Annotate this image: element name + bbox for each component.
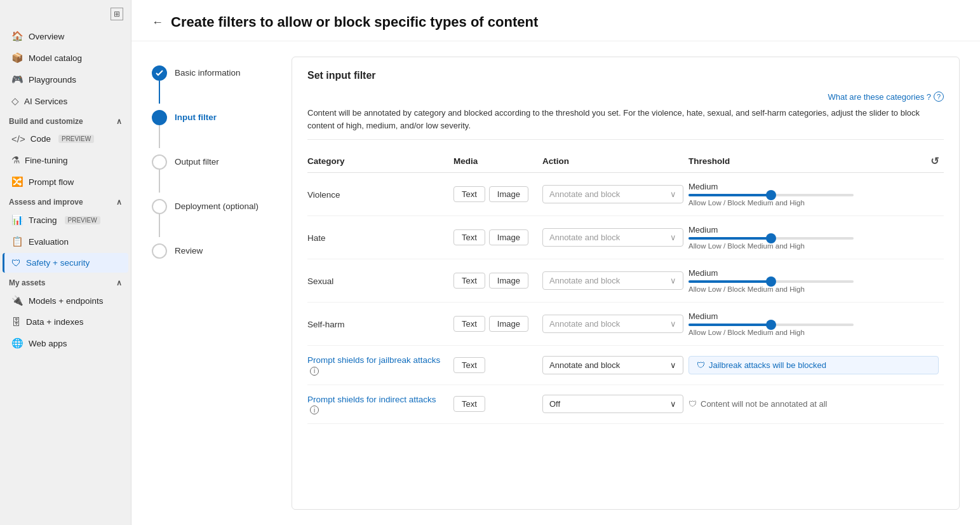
reset-threshold-button[interactable]: ↺: [930, 155, 939, 167]
page-title: Create filters to allow or block specifi…: [171, 14, 538, 31]
slider-hate[interactable]: [688, 237, 854, 240]
media-buttons-jailbreak: Text: [453, 357, 537, 373]
step-label-input-filter[interactable]: Input filter: [175, 104, 217, 137]
action-dropdown-hate[interactable]: Annotate and block ∨: [542, 228, 683, 247]
playground-icon: 🎮: [11, 74, 23, 85]
threshold-label-hate: Medium: [688, 225, 939, 235]
category-prompt-shields-indirect[interactable]: Prompt shields for indirect attacks: [307, 395, 436, 404]
shield-info-icon: 🛡: [697, 360, 705, 370]
action-dropdown-self-harm[interactable]: Annotate and block ∨: [542, 315, 683, 333]
content-area: Basic information Input filter Output fi…: [131, 41, 980, 525]
category-hate: Hate: [307, 233, 326, 243]
section-build-and-customize[interactable]: Build and customize ∧: [0, 112, 131, 128]
media-buttons-sexual: Text Image: [453, 273, 537, 289]
category-violence: Violence: [307, 190, 340, 200]
text-button-hate[interactable]: Text: [453, 229, 485, 245]
action-dropdown-indirect[interactable]: Off ∨: [542, 395, 683, 413]
col-threshold: Threshold ↺: [688, 150, 944, 173]
section-label: Assess and improve: [9, 198, 83, 207]
media-buttons-self-harm: Text Image: [453, 316, 537, 332]
action-dropdown-sexual[interactable]: Annotate and block ∨: [542, 271, 683, 290]
filter-table: Category Media Action Threshold ↺: [307, 150, 944, 424]
step-input-filter: Input filter: [152, 104, 266, 148]
text-button-sexual[interactable]: Text: [453, 273, 485, 289]
text-button-violence[interactable]: Text: [453, 186, 485, 202]
sidebar-item-tracing[interactable]: 📊 Tracing PREVIEW: [3, 210, 128, 230]
sidebar-item-models-endpoints[interactable]: 🔌 Models + endpoints: [3, 290, 128, 311]
web-apps-icon: 🌐: [11, 338, 23, 349]
prompt-flow-icon: 🔀: [11, 176, 23, 188]
section-assess-and-improve[interactable]: Assess and improve ∧: [0, 193, 131, 209]
table-row: Prompt shields for indirect attacks i Te…: [307, 385, 944, 424]
category-prompt-shields-jailbreak[interactable]: Prompt shields for jailbreak attacks: [307, 355, 440, 365]
sidebar-item-label: Playgrounds: [29, 75, 76, 85]
slider-hint-sexual: Allow Low / Block Medium and High: [688, 285, 939, 293]
threshold-label-sexual: Medium: [688, 268, 939, 278]
image-button-sexual[interactable]: Image: [489, 273, 528, 289]
shield-icon: 🛡: [11, 257, 21, 268]
section-label: My assets: [9, 278, 45, 287]
step-circle-basic-information: [152, 65, 167, 81]
step-label-basic-information[interactable]: Basic information: [175, 59, 241, 93]
data-icon: 🗄: [11, 317, 21, 327]
sidebar-item-prompt-flow[interactable]: 🔀 Prompt flow: [3, 172, 128, 192]
chevron-down-icon: ∨: [670, 360, 676, 370]
sidebar: ⊞ 🏠 Overview 📦 Model catalog 🎮 Playgroun…: [0, 0, 131, 525]
slider-hint-self-harm: Allow Low / Block Medium and High: [688, 329, 939, 336]
table-row: Hate Text Image Annotate and block ∨: [307, 216, 944, 259]
threshold-label-violence: Medium: [688, 182, 939, 191]
sidebar-item-label: Evaluation: [29, 237, 69, 247]
chevron-down-icon: ∨: [670, 189, 676, 199]
text-button-self-harm[interactable]: Text: [453, 316, 485, 332]
text-button-jailbreak[interactable]: Text: [453, 357, 485, 373]
col-action: Action: [542, 150, 688, 173]
step-circle-review: [152, 243, 167, 259]
step-label-review[interactable]: Review: [175, 237, 203, 271]
slider-self-harm[interactable]: [688, 324, 854, 326]
sidebar-item-web-apps[interactable]: 🌐 Web apps: [3, 333, 128, 353]
step-label-output-filter[interactable]: Output filter: [175, 148, 219, 182]
category-sexual: Sexual: [307, 276, 333, 286]
info-circle-icon: ?: [934, 92, 944, 102]
slider-sexual[interactable]: [688, 280, 854, 283]
sidebar-item-data-indexes[interactable]: 🗄 Data + indexes: [3, 312, 128, 332]
sidebar-item-ai-services[interactable]: ◇ AI Services: [3, 91, 128, 111]
sidebar-item-label: Web apps: [29, 339, 67, 348]
sidebar-item-evaluation[interactable]: 📋 Evaluation: [3, 231, 128, 252]
info-icon-indirect: i: [310, 406, 319, 414]
step-basic-information: Basic information: [152, 59, 266, 104]
back-button[interactable]: ←: [152, 16, 163, 29]
sidebar-item-playgrounds[interactable]: 🎮 Playgrounds: [3, 69, 128, 90]
collapse-button[interactable]: ⊞: [111, 8, 123, 20]
step-output-filter: Output filter: [152, 148, 266, 193]
chevron-down-icon: ∨: [670, 233, 676, 242]
home-icon: 🏠: [11, 31, 23, 42]
table-row: Prompt shields for jailbreak attacks i T…: [307, 346, 944, 385]
step-circle-deployment-optional: [152, 199, 167, 214]
sidebar-item-overview[interactable]: 🏠 Overview: [3, 26, 128, 46]
filter-info-bar: What are these categories ? ?: [307, 92, 944, 102]
what-categories-link[interactable]: What are these categories ? ?: [828, 92, 944, 102]
jailbreak-notice: 🛡 Jailbreak attacks will be blocked: [688, 356, 939, 374]
col-category: Category: [307, 150, 453, 173]
action-dropdown-violence[interactable]: Annotate and block ∨: [542, 185, 683, 203]
action-dropdown-jailbreak[interactable]: Annotate and block ∨: [542, 356, 683, 374]
sidebar-item-safety-security[interactable]: 🛡 Safety + security: [3, 253, 128, 273]
image-button-self-harm[interactable]: Image: [489, 316, 528, 332]
text-button-indirect[interactable]: Text: [453, 396, 485, 412]
stepper: Basic information Input filter Output fi…: [152, 57, 266, 510]
sidebar-item-model-catalog[interactable]: 📦 Model catalog: [3, 48, 128, 68]
off-notice: 🛡 Content will not be annotated at all: [688, 399, 939, 409]
step-label-deployment-optional[interactable]: Deployment (optional): [175, 193, 258, 226]
image-button-violence[interactable]: Image: [489, 186, 528, 202]
sidebar-item-label: Prompt flow: [29, 177, 74, 187]
image-button-hate[interactable]: Image: [489, 229, 528, 245]
section-my-assets[interactable]: My assets ∧: [0, 273, 131, 290]
slider-violence[interactable]: [688, 194, 854, 196]
sidebar-item-fine-tuning[interactable]: ⚗ Fine-tuning: [3, 150, 128, 170]
step-circle-input-filter: [152, 110, 167, 125]
sidebar-item-code[interactable]: </> Code PREVIEW: [3, 129, 128, 149]
sidebar-item-label: AI Services: [24, 97, 67, 106]
sidebar-item-label: Models + endpoints: [29, 296, 103, 306]
section-label: Build and customize: [9, 117, 83, 126]
